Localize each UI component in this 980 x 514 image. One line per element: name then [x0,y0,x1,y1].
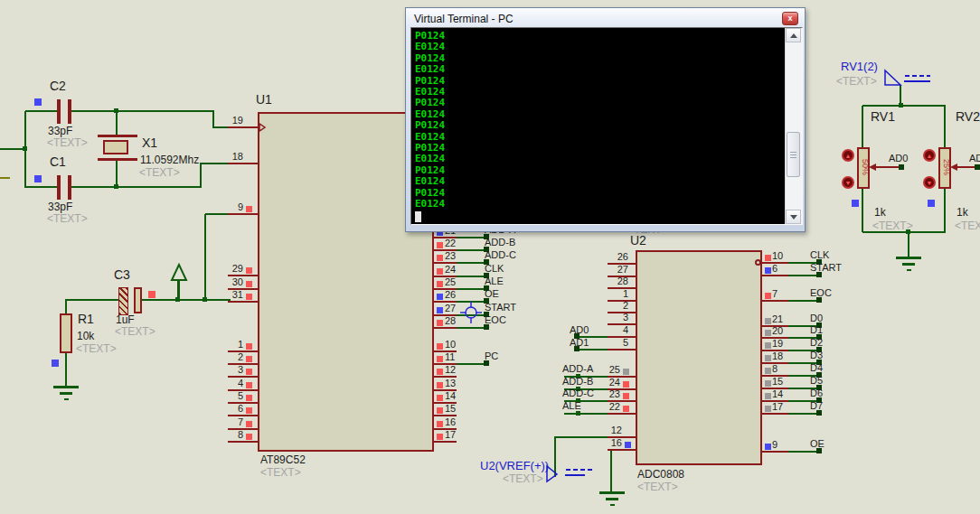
vref-terminal-flag-icon [543,463,596,486]
u2-pin-9-stub [760,451,788,453]
terminal-screen[interactable]: P0124E0124P0124E0124P0124E0124P0124E0124… [411,28,786,224]
net-label-ADD-C: ADD-C [485,250,539,260]
u2-pin-20-state-square [765,330,771,336]
scroll-down-button[interactable] [786,210,801,224]
u1-pin-12-number: 12 [445,365,468,375]
net-label-CLK: CLK [810,250,855,260]
c3-state-square [148,291,155,298]
wire [25,186,58,188]
net-START-wire [788,275,819,276]
terminal-cursor [415,211,421,222]
r1-resistor[interactable] [60,313,72,353]
rv2-decrement-button[interactable]: ▼ [923,176,936,189]
u1-pin-26-state-square [437,294,443,300]
u1-pin-16-state-square [437,421,443,427]
u1-pin-9-stub [228,213,258,215]
u2-pin-20-number: 20 [772,326,796,336]
u2-pin-17-stub [760,413,788,415]
u2-pin-28-number: 28 [605,276,628,286]
wire [0,148,25,150]
u2-pin-6-number: 6 [772,264,796,274]
u2-pin-9-state-square [765,444,771,450]
x1-body[interactable] [103,140,128,154]
u2-pin-21-number: 21 [772,314,796,324]
u1-pin-8-state-square [246,434,252,440]
u1-ref: U1 [256,93,272,106]
window-title[interactable]: Virtual Terminal - PC [414,13,514,25]
u1-pin-8-stub [228,441,258,443]
u1-pin-2-state-square [246,356,252,362]
u2-pin-1-number: 1 [605,289,628,299]
virtual-terminal-window[interactable]: Virtual Terminal - PC x P0124E0124P0124E… [405,7,806,232]
net-label-D7: D7 [810,401,855,411]
u2-pin-8-number: 8 [772,364,796,374]
wire [65,352,67,386]
u2-pin-18-state-square [765,355,771,361]
u1-pin-28-state-square [437,320,443,326]
u1-pin-14-number: 14 [445,391,468,401]
net-label-D6: D6 [810,388,855,398]
rv1-state-square [852,200,859,207]
u2-pin-16-stub [608,449,636,451]
rv2-increment-button[interactable]: ▲ [923,149,936,162]
up-arrow-icon: ▲ [845,153,852,159]
u1-pin-19-stub [228,126,258,128]
u2-ref: U2 [630,234,646,247]
u2-pin-17-state-square [765,406,771,412]
u1-pin-30-state-square [246,281,252,287]
close-button[interactable]: x [782,12,798,25]
net-label-ADD-B: ADD-B [562,377,617,387]
x1-crystal[interactable] [98,135,137,137]
u1-pin-25-number: 25 [445,277,468,287]
u1-pin-26-number: 26 [445,290,468,300]
scroll-up-button[interactable] [786,28,801,42]
wire [212,126,229,128]
wire [118,186,202,188]
wire [65,299,67,314]
scrollbar[interactable] [785,28,802,224]
c3-capacitor[interactable] [118,287,128,315]
wire [66,299,118,301]
wire [200,164,202,187]
up-arrow-icon [790,33,797,38]
terminal-line: P0124 [415,165,786,176]
c1-capacitor[interactable] [57,175,61,200]
rv1-wiper-net-label: AD0 [889,154,908,164]
u1-pin-17-state-square [437,434,443,440]
c2-capacitor[interactable] [57,99,61,124]
u2-pin-14-state-square [765,393,771,399]
net-label-OE: OE [485,289,539,299]
u1-pin-23-number: 23 [445,251,468,261]
net-label-ADD-B: ADD-B [485,238,539,248]
u1-pin-15-number: 15 [445,404,468,414]
up-arrow-icon: ▲ [927,153,933,159]
u1-pin-22-state-square [437,242,443,248]
terminal-line: E0124 [415,64,786,75]
u1-pin-2-number: 2 [220,352,243,362]
rv1-terminal-text-placeholder: <TEXT> [836,76,877,87]
u2-chip-body[interactable] [636,250,762,465]
c3-text-placeholder: <TEXT> [115,326,155,337]
u1-pin-1-number: 1 [220,340,243,350]
u2-part-label: ADC0808 [637,469,684,480]
c3-plate [134,287,142,313]
u2-pin-24-state-square [623,381,629,388]
rv1-terminal-label: RV1(2) [841,61,878,72]
vref-terminal-label: U2(VREF(+)) [480,461,549,472]
wire-junction [203,297,207,302]
rv1-increment-button[interactable]: ▲ [842,149,854,162]
u1-pin-30-number: 30 [220,277,243,287]
c2-state-square [34,98,42,106]
wire-junction [576,411,580,416]
u1-pin-6-number: 6 [220,404,243,414]
rv1-decrement-button[interactable]: ▼ [842,176,854,189]
u2-pin-10-state-square [765,255,771,261]
net-D7-wire [788,413,819,415]
net-label-AD1: AD1 [570,338,606,348]
wire [25,110,58,112]
xtal1-pin-arrow-icon [259,123,267,133]
scrollbar-thumb[interactable] [787,132,800,177]
terminal-line: P0124 [415,76,786,87]
net-label-D5: D5 [810,376,855,386]
u2-pin-15-number: 15 [772,377,796,387]
